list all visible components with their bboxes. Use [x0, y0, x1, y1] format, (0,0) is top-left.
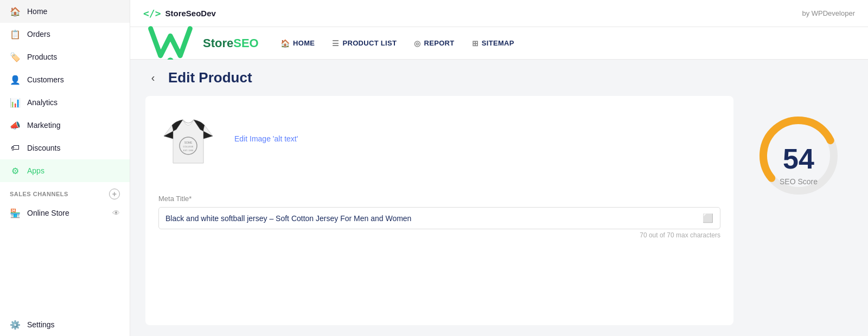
add-sales-channel-button[interactable]: + [109, 189, 120, 199]
seo-score-panel: 54 SEO Score [744, 96, 853, 325]
seo-score-number: 54 [783, 145, 814, 173]
edit-alt-text-link[interactable]: Edit Image 'alt text' [234, 134, 298, 143]
page-header: ‹ Edit Product [130, 60, 868, 96]
meta-title-field: Meta Title* ⬜ 70 out of 70 max character… [158, 195, 720, 239]
analytics-icon: 📊 [10, 97, 21, 108]
sidebar-item-home[interactable]: 🏠 Home [0, 0, 130, 23]
sidebar-item-customers[interactable]: 👤 Customers [0, 68, 130, 91]
nav-home-icon: 🏠 [280, 39, 290, 48]
home-icon: 🏠 [10, 6, 21, 17]
discounts-icon: 🏷 [10, 143, 21, 153]
seo-score-widget: 54 SEO Score [750, 112, 847, 221]
marketing-icon: 📣 [10, 120, 21, 131]
sidebar-item-online-store[interactable]: 🏪 Online Store 👁 [0, 202, 130, 224]
copy-icon[interactable]: ⬜ [703, 213, 713, 223]
products-icon: 🏷️ [10, 51, 21, 62]
sales-channels-section: SALES CHANNELS + [0, 182, 130, 202]
sidebar-item-discounts[interactable]: 🏷 Discounts [0, 137, 130, 159]
sidebar-item-analytics[interactable]: 📊 Analytics [0, 91, 130, 114]
main-panel: SOME COLLEGE EST. 1999 Edit Image 'alt t… [145, 96, 733, 325]
plugin-nav-report[interactable]: ◎ REPORT [414, 37, 454, 50]
nav-sitemap-icon: ⊞ [472, 39, 478, 48]
plugin-header: StoreSEO 🏠 HOME ☰ PRODUCT LIST ◎ REPORT … [130, 27, 868, 60]
store-icon: 🏪 [10, 208, 21, 218]
svg-text:COLLEGE: COLLEGE [183, 145, 194, 148]
sidebar-item-orders[interactable]: 📋 Orders [0, 23, 130, 46]
apps-icon: ⚙ [10, 165, 21, 176]
plugin-nav: 🏠 HOME ☰ PRODUCT LIST ◎ REPORT ⊞ SITEMAP [280, 37, 855, 50]
plugin-logo-text: StoreSEO [203, 36, 259, 50]
meta-title-input-row: ⬜ [158, 207, 720, 229]
sidebar: 🏠 Home 📋 Orders 🏷️ Products 👤 Customers … [0, 0, 130, 336]
sidebar-item-settings[interactable]: ⚙️ Settings [0, 313, 130, 336]
meta-title-input[interactable] [165, 214, 703, 223]
topbar-by: by WPDeveloper [802, 9, 855, 17]
seo-score-label: SEO Score [780, 177, 818, 186]
product-tshirt-image: SOME COLLEGE EST. 1999 [161, 109, 215, 169]
panel-row: SOME COLLEGE EST. 1999 Edit Image 'alt t… [130, 96, 868, 336]
content-area: ‹ Edit Product [130, 60, 868, 336]
plugin-nav-product-list[interactable]: ☰ PRODUCT LIST [332, 37, 397, 50]
svg-text:EST. 1999: EST. 1999 [183, 149, 194, 152]
nav-list-icon: ☰ [332, 39, 339, 48]
plugin-nav-sitemap[interactable]: ⊞ SITEMAP [472, 37, 514, 50]
product-image-row: SOME COLLEGE EST. 1999 Edit Image 'alt t… [158, 109, 720, 179]
customers-icon: 👤 [10, 74, 21, 85]
settings-icon: ⚙️ [10, 319, 21, 330]
page-title: Edit Product [168, 69, 252, 86]
nav-report-icon: ◎ [414, 39, 420, 48]
orders-icon: 📋 [10, 29, 21, 40]
sidebar-item-marketing[interactable]: 📣 Marketing [0, 114, 130, 137]
eye-icon[interactable]: 👁 [112, 209, 120, 217]
main-content: </> StoreSeoDev by WPDeveloper StoreSEO … [130, 0, 868, 336]
svg-text:SOME: SOME [184, 141, 193, 144]
back-button[interactable]: ‹ [145, 70, 161, 86]
meta-title-label: Meta Title* [158, 195, 720, 203]
sidebar-item-products[interactable]: 🏷️ Products [0, 46, 130, 68]
sidebar-item-apps[interactable]: ⚙ Apps [0, 159, 130, 182]
product-image: SOME COLLEGE EST. 1999 [158, 109, 218, 169]
char-count: 70 out of 70 max characters [158, 231, 720, 239]
plugin-nav-home[interactable]: 🏠 HOME [280, 37, 315, 50]
